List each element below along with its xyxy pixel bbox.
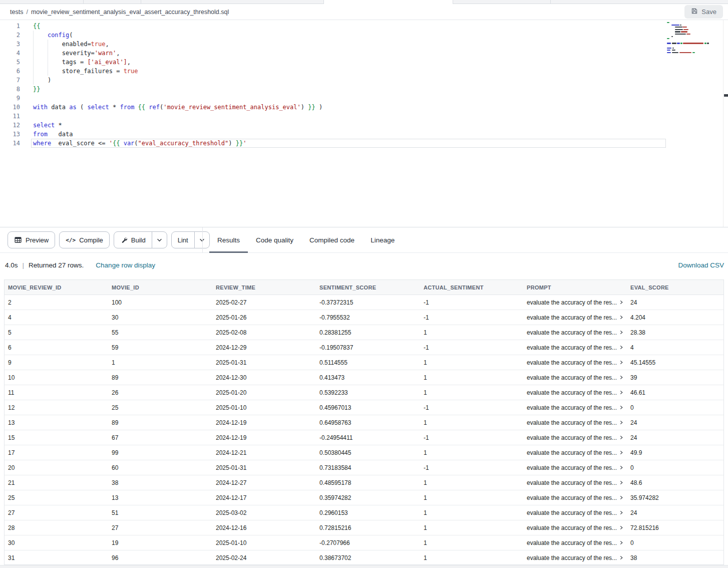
code-text: severity='warn', <box>33 49 120 58</box>
code-line[interactable]: 10with data as ( select * from {{ ref('m… <box>0 103 728 112</box>
minimap-line <box>681 31 687 32</box>
cell-movie_review_id: 12 <box>5 404 108 411</box>
cell-prompt[interactable]: evaluate the accuracy of the res... <box>523 464 627 471</box>
cell-actual_sentiment: 1 <box>420 509 523 516</box>
tab-compiled-code[interactable]: Compiled code <box>301 227 362 253</box>
code-line[interactable]: 9 <box>0 94 728 103</box>
cell-actual_sentiment: 1 <box>420 554 523 561</box>
table-row: 28272024-12-160.728152161evaluate the ac… <box>5 520 723 535</box>
cell-prompt[interactable]: evaluate the accuracy of the res... <box>523 404 627 411</box>
build-dropdown-button[interactable] <box>152 232 167 248</box>
cell-prompt[interactable]: evaluate the accuracy of the res... <box>523 374 627 381</box>
code-line[interactable]: 11 <box>0 112 728 121</box>
cell-prompt[interactable]: evaluate the accuracy of the res... <box>523 299 627 306</box>
cell-prompt[interactable]: evaluate the accuracy of the res... <box>523 389 627 396</box>
cell-prompt[interactable]: evaluate the accuracy of the res... <box>523 359 627 366</box>
file-tab-inactive[interactable] <box>0 0 323 4</box>
breadcrumb-folder[interactable]: tests <box>10 9 23 16</box>
cell-prompt[interactable]: evaluate the accuracy of the res... <box>523 494 627 501</box>
cell-movie_review_id: 31 <box>5 554 108 561</box>
code-lines: 1{{2 config(3 enabled=true,4 severity='w… <box>0 22 728 148</box>
change-row-display-link[interactable]: Change row display <box>96 261 155 269</box>
cell-prompt[interactable]: evaluate the accuracy of the res... <box>523 329 627 336</box>
cell-prompt[interactable]: evaluate the accuracy of the res... <box>523 434 627 441</box>
code-line[interactable]: 13from data <box>0 130 728 139</box>
cell-sentiment_score: 0.45967013 <box>316 404 420 411</box>
cell-review_time: 2024-12-19 <box>212 434 316 441</box>
prompt-text: evaluate the accuracy of the res... <box>527 554 617 561</box>
line-number: 4 <box>0 49 20 58</box>
cell-review_time: 2024-12-19 <box>212 419 316 426</box>
code-text: {{ <box>33 22 40 31</box>
cell-movie_id: 1 <box>108 359 212 366</box>
prompt-text: evaluate the accuracy of the res... <box>527 494 617 501</box>
cell-review_time: 2025-01-31 <box>212 464 316 471</box>
minimap-line <box>677 43 680 44</box>
code-text: select * <box>33 121 62 130</box>
code-line[interactable]: 6 store_failures = true <box>0 67 728 76</box>
horizontal-scrollbar[interactable] <box>0 565 728 568</box>
cell-actual_sentiment: -1 <box>420 344 523 351</box>
cell-sentiment_score: -0.2707966 <box>316 539 420 546</box>
cell-prompt[interactable]: evaluate the accuracy of the res... <box>523 554 627 561</box>
cell-eval_score: 49.9 <box>627 449 723 456</box>
code-line[interactable]: 14where eval_score <= '{{ var("eval_accu… <box>0 139 728 148</box>
cell-prompt[interactable]: evaluate the accuracy of the res... <box>523 479 627 486</box>
tab-lineage[interactable]: Lineage <box>362 227 403 253</box>
code-line[interactable]: 1{{ <box>0 22 728 31</box>
overview-ruler-scrollbar[interactable] <box>723 20 728 227</box>
expand-chevron-icon <box>619 464 623 471</box>
cell-prompt[interactable]: evaluate the accuracy of the res... <box>523 524 627 531</box>
minimap-line <box>672 52 678 53</box>
minimap-line <box>667 22 669 23</box>
file-tab-strip <box>0 0 728 4</box>
cell-prompt[interactable]: evaluate the accuracy of the res... <box>523 344 627 351</box>
chevron-down-icon <box>157 238 162 242</box>
cell-movie_review_id: 17 <box>5 449 108 456</box>
cell-prompt[interactable]: evaluate the accuracy of the res... <box>523 449 627 456</box>
file-tab-inactive[interactable] <box>453 0 728 4</box>
cell-review_time: 2024-12-17 <box>212 494 316 501</box>
table-header-row: MOVIE_REVIEW_IDMOVIE_IDREVIEW_TIMESENTIM… <box>5 280 723 295</box>
breadcrumb-filename[interactable]: movie_review_sentiment_analysis_eval_ass… <box>31 9 229 16</box>
build-button[interactable]: Build <box>114 231 167 248</box>
cell-review_time: 2024-12-27 <box>212 479 316 486</box>
code-line[interactable]: 2 config( <box>0 31 728 40</box>
cell-movie_review_id: 4 <box>5 314 108 321</box>
cell-eval_score: 0 <box>627 404 723 411</box>
line-number: 3 <box>0 40 20 49</box>
file-tab-active[interactable] <box>323 0 453 4</box>
compile-button[interactable]: </> Compile <box>59 231 110 248</box>
table-row: 13892024-12-190.649587631evaluate the ac… <box>5 415 723 430</box>
cell-movie_review_id: 25 <box>5 494 108 501</box>
tab-code-quality[interactable]: Code quality <box>248 227 301 253</box>
file-tab-divider <box>550 0 551 4</box>
cell-actual_sentiment: -1 <box>420 464 523 471</box>
code-line[interactable]: 7 ) <box>0 76 728 85</box>
code-line[interactable]: 5 tags = ['ai_eval'], <box>0 58 728 67</box>
cell-eval_score: 28.38 <box>627 329 723 336</box>
code-line[interactable]: 12select * <box>0 121 728 130</box>
code-line[interactable]: 8}} <box>0 85 728 94</box>
minimap[interactable] <box>667 22 721 82</box>
table-row: 30192025-01-10-0.27079661evaluate the ac… <box>5 535 723 550</box>
cell-prompt[interactable]: evaluate the accuracy of the res... <box>523 419 627 426</box>
cell-actual_sentiment: 1 <box>420 389 523 396</box>
code-editor[interactable]: 1{{2 config(3 enabled=true,4 severity='w… <box>0 20 728 227</box>
save-button[interactable]: Save <box>684 5 723 19</box>
cell-prompt[interactable]: evaluate the accuracy of the res... <box>523 509 627 516</box>
preview-button[interactable]: Preview <box>8 231 55 248</box>
code-text: where eval_score <= '{{ var("eval_accura… <box>33 139 246 148</box>
table-row: 17992024-12-210.503804451evaluate the ac… <box>5 445 723 460</box>
tab-results[interactable]: Results <box>209 227 248 253</box>
download-csv-link[interactable]: Download CSV <box>678 261 724 269</box>
preview-label: Preview <box>26 236 49 244</box>
prompt-text: evaluate the accuracy of the res... <box>527 419 617 426</box>
expand-chevron-icon <box>619 494 623 501</box>
expand-chevron-icon <box>619 554 623 561</box>
cell-prompt[interactable]: evaluate the accuracy of the res... <box>523 314 627 321</box>
code-line[interactable]: 4 severity='warn', <box>0 49 728 58</box>
cell-sentiment_score: 0.28381255 <box>316 329 420 336</box>
cell-prompt[interactable]: evaluate the accuracy of the res... <box>523 539 627 546</box>
code-line[interactable]: 3 enabled=true, <box>0 40 728 49</box>
